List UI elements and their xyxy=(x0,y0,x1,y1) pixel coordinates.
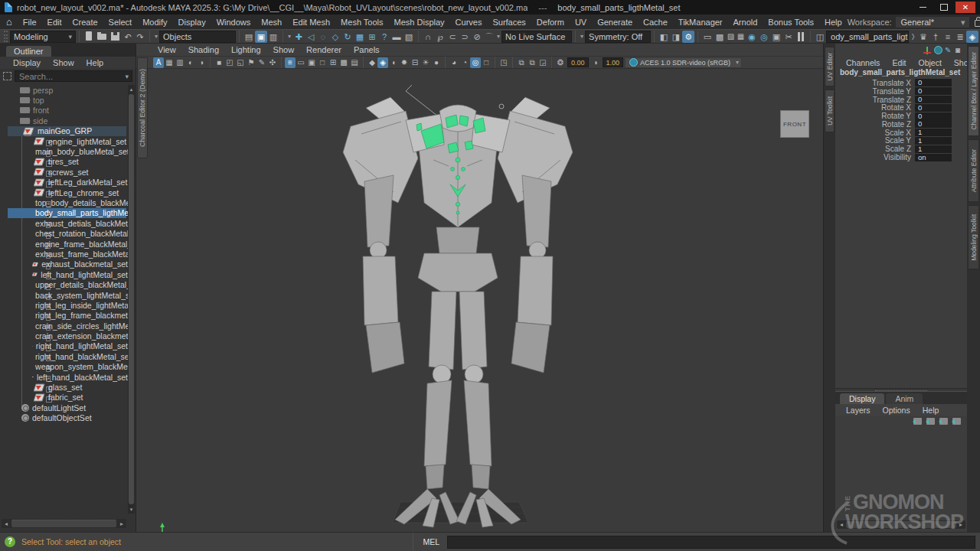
outliner-set-row[interactable]: + chest_rotation_blackMetal_set xyxy=(0,228,128,238)
scroll-right-icon[interactable]: ▸ xyxy=(117,520,126,527)
new-empty-layer-icon[interactable] xyxy=(913,418,922,425)
outliner-horizontal-scrollbar[interactable]: ◂ ▸ xyxy=(2,519,126,528)
scroll-left-icon[interactable]: ◂ xyxy=(2,520,11,527)
default-lighting-icon[interactable]: ☀︎ xyxy=(420,57,431,68)
layer-editor-menu-item[interactable]: Layers xyxy=(840,406,877,415)
snap-projected-icon[interactable]: ⊂ xyxy=(446,31,459,43)
channel-value-field[interactable]: 0 xyxy=(915,104,952,112)
channel-row[interactable]: Visibility on xyxy=(835,153,967,161)
scrollbar-thumb[interactable] xyxy=(846,521,956,528)
shadows-icon[interactable]: ⊞ xyxy=(328,57,338,68)
snap-points-icon[interactable]: ℘ xyxy=(434,31,446,43)
select-object-icon[interactable]: ▣ xyxy=(255,31,267,43)
menu-item[interactable]: Deform xyxy=(531,18,570,27)
oversan-icon[interactable]: ◱ xyxy=(235,57,246,68)
copy-view-icon[interactable]: ⧉ xyxy=(516,57,527,68)
pause-viewport-icon[interactable] xyxy=(798,32,804,41)
exposure-icon[interactable]: ❂ xyxy=(555,57,566,68)
scale-tool-icon[interactable]: ▦ xyxy=(354,31,366,43)
minimize-button[interactable] xyxy=(913,2,933,13)
new-layer-icon[interactable] xyxy=(926,418,935,425)
filter-caret-icon[interactable]: ▾ xyxy=(155,33,158,40)
render-settings-icon[interactable]: ▦ xyxy=(736,31,746,43)
outliner-camera-row[interactable]: persp xyxy=(0,85,128,95)
scroll-left-icon[interactable]: ◂ xyxy=(837,521,846,528)
outliner-set-row[interactable]: + back_system_lightMetal_set xyxy=(0,290,128,300)
menu-item[interactable]: Help xyxy=(819,18,848,27)
outliner-set-row[interactable]: + body_small_parts_ligthMetal_set xyxy=(0,208,128,218)
mel-label[interactable]: MEL xyxy=(413,537,447,546)
lookdev-icon[interactable]: ▣ xyxy=(770,31,782,43)
viewport-menu-item[interactable]: Shading xyxy=(182,45,225,54)
textured-mode-icon[interactable]: ▣ xyxy=(306,57,317,68)
outliner-set-row[interactable]: + left_hand_blackMetal_set xyxy=(0,372,128,382)
channel-value-field[interactable]: 1 xyxy=(915,129,952,136)
mask-caret-icon[interactable]: ▾ xyxy=(288,33,291,40)
channel-row[interactable]: Rotate Z 0 xyxy=(835,120,967,129)
channel-row[interactable]: Scale Y 1 xyxy=(835,137,967,145)
menu-item[interactable]: Cache xyxy=(638,18,673,27)
outliner-camera-row[interactable]: top xyxy=(0,95,128,105)
layer-editor-tab[interactable]: Display xyxy=(840,393,884,404)
viewport-menu-item[interactable]: View xyxy=(152,45,182,54)
select-tool-icon[interactable]: ✚ xyxy=(292,31,305,43)
pivot-icon[interactable]: ✣ xyxy=(267,57,278,68)
outliner-set-row[interactable]: + leftLeg_darkMetal_set xyxy=(0,178,128,187)
paint-select-icon[interactable]: ◌ xyxy=(317,31,329,43)
menu-set-selector[interactable]: Modeling xyxy=(10,31,76,43)
snap-view-icon[interactable]: ⊃ xyxy=(459,31,471,43)
no-live-surface-field[interactable]: No Live Surface xyxy=(501,31,572,43)
viewport-renderer-icon[interactable]: ◎ xyxy=(470,57,481,68)
tab-attribute-editor[interactable]: Attribute Editor xyxy=(968,139,979,202)
channel-value-field[interactable]: 1 xyxy=(915,137,952,145)
outliner-set-row[interactable]: + exhaust_blackmetal_set xyxy=(0,259,128,269)
sidebar-toggle-icon[interactable]: ◫ xyxy=(814,31,826,43)
outliner-set-row[interactable]: + engine_lightMetal_set xyxy=(0,136,128,146)
save-scene-icon[interactable] xyxy=(109,31,121,42)
lighting-all-icon[interactable]: □ xyxy=(317,57,328,68)
undo-icon[interactable]: ↶ xyxy=(122,31,134,43)
tab-uv-toolkit[interactable]: UV Toolkit xyxy=(825,90,835,132)
lock-camera-icon[interactable]: ▦ xyxy=(164,57,175,68)
help-mode-icon[interactable]: ? xyxy=(378,31,390,43)
outliner-set-row[interactable]: + right_leg_inside_lightMetal_set xyxy=(0,300,128,310)
construction-history-icon[interactable]: ⚙︎ xyxy=(682,31,694,43)
xray-joints-icon[interactable]: ◖ xyxy=(388,57,399,68)
lock-selection-icon[interactable]: ▬ xyxy=(390,31,403,43)
menu-item[interactable]: Mesh Display xyxy=(389,18,450,27)
menu-item[interactable]: File xyxy=(18,18,42,27)
make-live-icon[interactable]: ⌒ xyxy=(483,31,495,43)
character-controls-icon[interactable]: ♛ xyxy=(917,31,929,43)
highlight-selection-icon[interactable]: ▧ xyxy=(403,31,415,43)
channel-value-field[interactable]: 0 xyxy=(915,120,952,128)
scrollbar-thumb[interactable] xyxy=(11,520,116,527)
close-button[interactable] xyxy=(956,2,975,13)
menu-item[interactable]: Display xyxy=(173,18,211,27)
paste-view-icon[interactable]: ⧉ xyxy=(527,57,537,68)
render-view-icon[interactable]: ▭ xyxy=(701,31,714,43)
selection-filter[interactable]: Objects xyxy=(159,31,236,43)
menu-item[interactable]: Mesh Tools xyxy=(335,18,388,27)
view-camera-icon[interactable]: ■ xyxy=(214,57,224,68)
viewport-menu-item[interactable]: Show xyxy=(267,45,301,54)
light-editor-icon[interactable]: ◕ xyxy=(449,57,459,68)
skeleton-icon[interactable]: † xyxy=(929,31,942,43)
snap-surface-icon[interactable]: ⊘ xyxy=(471,31,483,43)
channel-value-field[interactable]: 0 xyxy=(915,112,952,120)
two-d-pan-icon[interactable]: ◰ xyxy=(224,57,235,68)
redo-icon[interactable]: ↷ xyxy=(134,31,146,43)
outliner-set-row[interactable]: + screws_set xyxy=(0,167,128,177)
hypershade-icon[interactable]: ◉ xyxy=(746,31,758,43)
new-layer-from-selected-icon[interactable] xyxy=(939,418,948,425)
channel-box-object-name[interactable]: body_small_parts_ligthMetal_set xyxy=(835,68,967,78)
outliner-tab[interactable]: Outliner xyxy=(6,46,51,57)
selection-box-icon[interactable] xyxy=(3,72,11,80)
tab-modeling-toolkit[interactable]: Modeling Toolkit xyxy=(968,205,979,269)
channel-box-menu-item[interactable]: Channels xyxy=(840,58,886,67)
home-icon[interactable]: ⌂ xyxy=(6,16,12,28)
outliner-vertical-scrollbar[interactable]: ▴ ▾ xyxy=(128,85,135,514)
tab-uv-editor[interactable]: UV Editor xyxy=(825,47,835,86)
lasso-tool-icon[interactable]: ◁ xyxy=(305,31,317,43)
viewport-canvas[interactable]: FRONT persp xyxy=(136,70,823,532)
outliner-set-row[interactable]: + upper_details_blackMetal_set xyxy=(0,279,128,289)
